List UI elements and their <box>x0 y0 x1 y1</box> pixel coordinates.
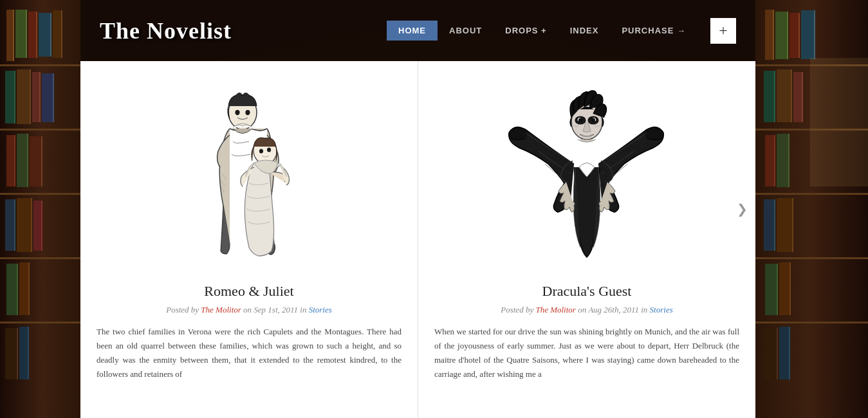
post-romeo-juliet: Romeo & Juliet Posted by The Molitor on … <box>80 61 418 418</box>
post-meta-romeo: Posted by The Molitor on Sep 1st, 2011 i… <box>166 305 332 315</box>
shelf-line-2 <box>0 129 84 131</box>
book-spine <box>17 198 32 252</box>
post-excerpt-dracula: When we started for our drive the sun wa… <box>434 325 739 381</box>
book-spine <box>33 201 42 251</box>
site-title: The Novelist <box>100 17 232 44</box>
post-title-dracula: Dracula's Guest <box>542 283 632 300</box>
post-excerpt-romeo: The two chief families in Verona were th… <box>97 325 402 381</box>
shelf-line-r5 <box>752 322 868 323</box>
svg-point-2 <box>235 111 239 115</box>
book-spine <box>793 72 803 122</box>
book-spine <box>779 262 791 315</box>
book-spine <box>790 13 800 58</box>
book-spine <box>19 327 29 379</box>
romeo-juliet-illustration <box>159 74 339 273</box>
dracula-svg <box>503 74 670 273</box>
book-spine <box>5 328 18 379</box>
book-spine <box>777 134 790 187</box>
right-shelf-bg <box>752 0 868 418</box>
shelf-line-r4 <box>752 257 868 259</box>
shelf-line-r3 <box>752 193 868 195</box>
svg-point-6 <box>268 148 271 152</box>
shelf-line-1 <box>0 64 84 66</box>
book-spine <box>777 198 793 252</box>
book-spine <box>764 71 775 122</box>
nav-about[interactable]: ABOUT <box>438 21 494 41</box>
svg-point-18 <box>580 119 582 120</box>
next-arrow-button[interactable]: ❯ <box>731 193 753 225</box>
left-shelf-bg <box>0 0 84 418</box>
book-spine <box>775 12 788 59</box>
svg-point-3 <box>246 111 250 115</box>
book-spine <box>32 72 41 122</box>
shelf-line-3 <box>0 193 84 195</box>
content-area: Romeo & Juliet Posted by The Molitor on … <box>80 61 755 418</box>
main-wrapper: The Novelist HOME ABOUT DROPS + INDEX PU… <box>80 0 755 418</box>
shelf-line-5 <box>0 322 84 323</box>
book-spine <box>17 69 31 124</box>
svg-point-5 <box>260 149 263 153</box>
book-spine <box>17 134 28 187</box>
book-spine <box>765 10 774 60</box>
window-light <box>810 58 868 186</box>
book-spine <box>28 12 37 58</box>
nav-purchase[interactable]: PURCHASE → <box>610 21 697 41</box>
shelf-line-4 <box>0 257 84 259</box>
book-spine <box>39 13 51 57</box>
svg-point-19 <box>593 119 595 120</box>
book-spine <box>764 328 778 379</box>
nav-index[interactable]: INDEX <box>559 21 611 41</box>
book-spine <box>19 262 30 315</box>
post-title-romeo: Romeo & Juliet <box>204 283 293 300</box>
nav-drops[interactable]: DROPS + <box>494 21 558 41</box>
book-spine <box>764 199 775 251</box>
dracula-illustration <box>497 74 677 273</box>
book-spine <box>6 264 18 315</box>
book-spine <box>765 264 778 315</box>
book-spine <box>6 135 15 186</box>
book-spine <box>777 69 792 122</box>
book-spine <box>5 71 15 123</box>
post-dracula-guest: Dracula's Guest Posted by The Molitor on… <box>418 61 755 418</box>
book-spine <box>53 10 62 58</box>
book-spine <box>801 10 815 59</box>
book-spine <box>779 327 790 379</box>
header: The Novelist HOME ABOUT DROPS + INDEX PU… <box>80 0 755 61</box>
nav-plus-button[interactable]: + <box>710 18 736 44</box>
book-spine <box>765 135 775 186</box>
book-spine <box>30 136 42 186</box>
post-meta-dracula: Posted by The Molitor on Aug 26th, 2011 … <box>501 305 672 315</box>
navigation: HOME ABOUT DROPS + INDEX PURCHASE → + <box>387 18 736 44</box>
book-spine <box>5 199 15 251</box>
book-spine <box>6 10 14 61</box>
nav-home[interactable]: HOME <box>387 21 438 41</box>
book-spine <box>42 73 54 122</box>
romeo-juliet-svg <box>165 77 333 270</box>
book-spine <box>15 10 27 58</box>
